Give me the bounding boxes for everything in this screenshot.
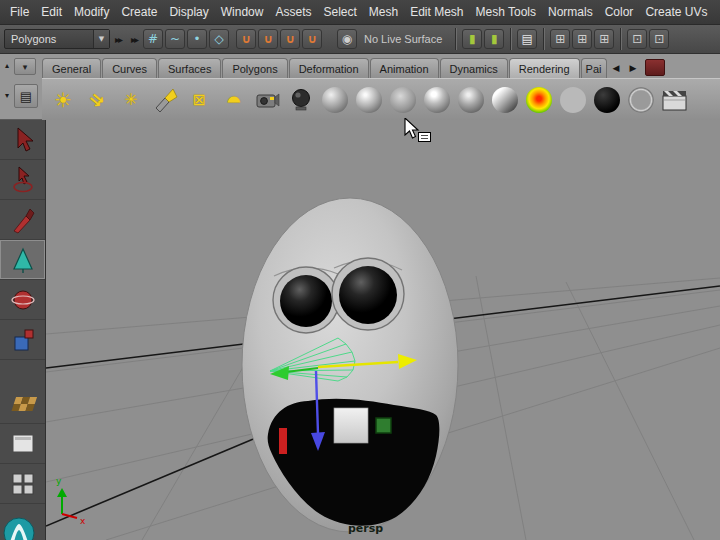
shelf-tab-scroll-right[interactable]: ▶ bbox=[626, 60, 641, 76]
four-pane-icon bbox=[9, 471, 37, 497]
snap-to-view-plane-button[interactable]: ◇ bbox=[209, 29, 229, 49]
shelf-tab-scroll-left[interactable]: ◀ bbox=[609, 60, 624, 76]
menu-mesh-tools[interactable]: Mesh Tools bbox=[470, 0, 542, 25]
shelf-tab-menu-button[interactable]: ▾ bbox=[14, 58, 36, 75]
grid-display-button[interactable]: ⊞ bbox=[572, 29, 592, 49]
construction-history-button[interactable]: ⊞ bbox=[550, 29, 570, 49]
tab-curves[interactable]: Curves bbox=[102, 58, 157, 78]
menu-file[interactable]: File bbox=[4, 0, 35, 25]
single-pane-layout-button[interactable] bbox=[0, 424, 45, 464]
select-arrow-icon bbox=[9, 126, 37, 154]
menu-create-uvs[interactable]: Create UVs bbox=[639, 0, 713, 25]
last-used-tool-button[interactable] bbox=[0, 384, 45, 424]
paint-brush-icon bbox=[9, 206, 37, 234]
blinn-material-icon[interactable] bbox=[354, 85, 384, 115]
tab-general[interactable]: General bbox=[42, 58, 101, 78]
tab-animation[interactable]: Animation bbox=[370, 58, 439, 78]
shelf-menu-button[interactable]: ▤ bbox=[14, 84, 38, 108]
shader-ball-glyph bbox=[288, 87, 314, 113]
use-background-icon[interactable] bbox=[592, 85, 622, 115]
hypershade-button[interactable]: ⊡ bbox=[649, 29, 669, 49]
rotate-tool-icon bbox=[9, 286, 37, 314]
lasso-tool-button[interactable] bbox=[0, 160, 45, 200]
tab-dynamics[interactable]: Dynamics bbox=[440, 58, 508, 78]
clapperboard-icon[interactable] bbox=[660, 85, 690, 115]
collapse-shelf-icon[interactable]: ▾ bbox=[2, 90, 12, 100]
single-pane-icon bbox=[9, 431, 37, 457]
tab-surfaces[interactable]: Surfaces bbox=[158, 58, 221, 78]
scale-tool-icon bbox=[9, 326, 37, 354]
snap-to-grid-button[interactable]: # bbox=[143, 29, 163, 49]
ramp-shader-icon[interactable] bbox=[524, 85, 554, 115]
collapse-shelf-tabs-icon[interactable]: ▴ bbox=[2, 60, 12, 70]
menu-color[interactable]: Color bbox=[599, 0, 640, 25]
phong-material-icon[interactable] bbox=[422, 85, 452, 115]
volume-light-icon[interactable]: ◗ bbox=[218, 85, 248, 115]
surface-shader-icon[interactable] bbox=[558, 85, 588, 115]
character-tooth bbox=[334, 408, 368, 443]
shelf-extra-button[interactable] bbox=[645, 59, 665, 76]
camera-label: persp bbox=[348, 522, 383, 535]
live-surface-label: No Live Surface bbox=[364, 33, 442, 45]
viewport-panel[interactable]: y x persp bbox=[46, 120, 720, 540]
inputs-to-selected-button[interactable]: ▮ bbox=[462, 29, 482, 49]
menu-modify[interactable]: Modify bbox=[68, 0, 115, 25]
toolbar-divider bbox=[543, 28, 544, 50]
tab-deformation[interactable]: Deformation bbox=[289, 58, 369, 78]
snap-to-curve-button[interactable]: ~ bbox=[165, 29, 185, 49]
view-axis-indicator: y x bbox=[56, 476, 86, 526]
phonge-material-icon[interactable] bbox=[456, 85, 486, 115]
scale-tool-button[interactable] bbox=[0, 320, 45, 360]
menu-create[interactable]: Create bbox=[115, 0, 163, 25]
checker-plane-icon bbox=[8, 391, 38, 417]
magnet-snap-button-4[interactable]: ∪ bbox=[302, 29, 322, 49]
menu-display[interactable]: Display bbox=[163, 0, 214, 25]
select-tool-button[interactable] bbox=[0, 120, 45, 160]
menu-assets[interactable]: Assets bbox=[269, 0, 317, 25]
clapperboard-glyph bbox=[661, 87, 689, 113]
selection-mask-dropdown[interactable]: Polygons ▼ bbox=[4, 29, 110, 49]
menu-window[interactable]: Window bbox=[215, 0, 270, 25]
anisotropic-material-icon[interactable] bbox=[320, 85, 350, 115]
menu-normals[interactable]: Normals bbox=[542, 0, 599, 25]
directional-light-icon[interactable]: ⇉ bbox=[82, 85, 112, 115]
paint-select-tool-button[interactable] bbox=[0, 200, 45, 240]
magnet-snap-button-1[interactable]: ∪ bbox=[236, 29, 256, 49]
spot-light-icon[interactable] bbox=[150, 85, 180, 115]
move-tool-icon bbox=[9, 246, 37, 274]
menu-select[interactable]: Select bbox=[317, 0, 362, 25]
point-light-icon[interactable]: ✳ bbox=[116, 85, 146, 115]
lambert-material-icon[interactable] bbox=[388, 85, 418, 115]
magnet-snap-button-3[interactable]: ∪ bbox=[280, 29, 300, 49]
menu-edit-mesh[interactable]: Edit Mesh bbox=[404, 0, 469, 25]
shelf: ▴ ▾ ▾ ▤ General Curves Surfaces Polygons… bbox=[0, 54, 720, 120]
env-ball-icon[interactable] bbox=[626, 85, 656, 115]
snap-to-point-button[interactable]: • bbox=[187, 29, 207, 49]
four-pane-layout-button[interactable] bbox=[0, 464, 45, 504]
tab-paint-effects[interactable]: Pai bbox=[581, 58, 607, 78]
spot-light-glyph bbox=[152, 87, 178, 113]
menu-edit[interactable]: Edit bbox=[35, 0, 68, 25]
lasso-icon bbox=[9, 166, 37, 194]
shelf-gutter: ▴ ▾ ▾ ▤ bbox=[0, 54, 42, 120]
magnet-snap-button-2[interactable]: ∪ bbox=[258, 29, 278, 49]
expand-group-icon[interactable]: ▸▸ bbox=[110, 29, 126, 49]
ambient-light-icon[interactable]: ☀ bbox=[48, 85, 78, 115]
camera-icon[interactable] bbox=[252, 85, 282, 115]
render-settings-button[interactable]: ⊡ bbox=[627, 29, 647, 49]
toolbox-gap bbox=[0, 360, 45, 384]
panel-layout-button[interactable]: ⊞ bbox=[594, 29, 614, 49]
outputs-from-selected-button[interactable]: ▮ bbox=[484, 29, 504, 49]
script-editor-button[interactable]: ▤ bbox=[517, 29, 537, 49]
rotate-tool-button[interactable] bbox=[0, 280, 45, 320]
area-light-icon[interactable]: ⊠ bbox=[184, 85, 214, 115]
toolbar-divider bbox=[510, 28, 511, 50]
layered-shader-icon[interactable] bbox=[490, 85, 520, 115]
menu-mesh[interactable]: Mesh bbox=[363, 0, 404, 25]
make-live-button[interactable]: ◉ bbox=[337, 29, 357, 49]
expand-group-icon[interactable]: ▸▸ bbox=[126, 29, 142, 49]
tab-polygons[interactable]: Polygons bbox=[222, 58, 287, 78]
shader-ball-icon[interactable] bbox=[286, 85, 316, 115]
move-tool-button[interactable] bbox=[0, 240, 45, 280]
tab-rendering[interactable]: Rendering bbox=[509, 58, 580, 78]
